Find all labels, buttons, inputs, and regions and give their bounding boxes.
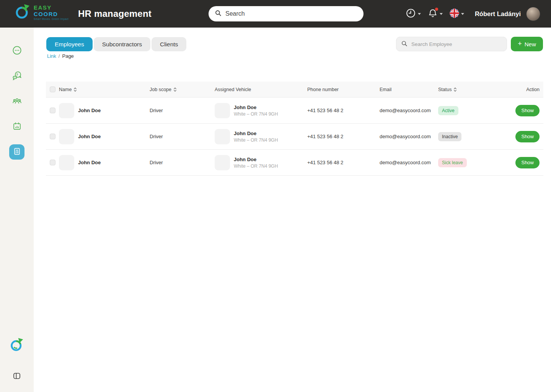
cell-action: Show (497, 157, 543, 168)
employee-avatar (59, 103, 74, 118)
breadcrumb-current: Page (62, 53, 73, 59)
employee-search-input[interactable] (411, 41, 502, 47)
global-search[interactable] (209, 6, 364, 21)
cell-email: demo@easycoord.com (380, 134, 438, 139)
collapse-sidebar-icon[interactable] (12, 371, 21, 382)
entity-tabs: Employees Subcontractors Clients (46, 37, 186, 51)
language-selector[interactable] (448, 7, 466, 21)
sidebar: ? (0, 28, 34, 392)
column-label: Phone number (307, 87, 339, 92)
cell-name: John Doe (59, 155, 150, 170)
brand-logo[interactable]: EASY COORD Smart Moves. Green Impact (15, 4, 68, 21)
sidebar-item-hr-register[interactable] (9, 144, 24, 160)
cell-action: Show (497, 131, 543, 142)
bell-icon (428, 8, 438, 20)
sidebar-item-team[interactable] (9, 94, 24, 109)
search-icon (401, 40, 408, 48)
cell-assigned-vehicle: John Doe White – OR 7N4 9GH (215, 129, 307, 144)
vehicle-driver-name: John Doe (234, 105, 278, 110)
row-checkbox[interactable] (50, 160, 55, 165)
employees-table: Name Job scope Assigned Vehicle Phone nu… (46, 82, 543, 176)
new-button-label: New (525, 41, 536, 47)
vehicle-thumbnail (215, 129, 230, 144)
row-checkbox[interactable] (50, 134, 55, 139)
employee-name: John Doe (78, 108, 101, 113)
status-badge: Sick leave (438, 158, 467, 167)
tab-clients[interactable]: Clients (152, 37, 186, 51)
sidebar-item-support[interactable]: ? (9, 69, 24, 84)
notifications-button[interactable] (426, 7, 444, 21)
cell-email: demo@easycoord.com (380, 160, 438, 165)
chat-question-icon: ? (12, 70, 22, 82)
show-button[interactable]: Show (515, 131, 540, 142)
column-label: Name (59, 87, 72, 92)
uk-flag-icon (450, 8, 459, 20)
column-label: Status (438, 87, 452, 92)
show-button[interactable]: Show (515, 105, 540, 116)
employee-avatar (59, 129, 74, 144)
sidebar-item-more[interactable] (9, 43, 24, 59)
select-all-checkbox[interactable] (50, 87, 55, 92)
brand-line2: COORD (34, 11, 68, 17)
tab-employees[interactable]: Employees (46, 37, 93, 51)
table-header-row: Name Job scope Assigned Vehicle Phone nu… (46, 82, 543, 98)
column-header-name[interactable]: Name (59, 87, 150, 92)
calendar-chart-icon (12, 121, 22, 133)
column-label: Job scope (150, 87, 171, 92)
vehicle-driver-name: John Doe (234, 157, 278, 162)
sidebar-item-calendar-stats[interactable] (9, 119, 24, 134)
table-body: John Doe Driver John Doe White – OR 7N4 … (46, 98, 543, 176)
breadcrumb-link[interactable]: Link (47, 53, 56, 59)
employee-name: John Doe (78, 160, 101, 165)
notification-dot (435, 8, 438, 11)
table-row: John Doe Driver John Doe White – OR 7N4 … (46, 150, 543, 176)
column-header-action: Action (497, 87, 543, 92)
vehicle-details: White – OR 7N4 9GH (234, 163, 278, 169)
page-title: HR management (78, 8, 152, 19)
time-menu-button[interactable] (404, 7, 422, 21)
employee-name: John Doe (78, 134, 101, 139)
cell-name: John Doe (59, 103, 150, 118)
sort-icon (453, 87, 457, 92)
cell-status: Sick leave (438, 158, 497, 167)
chevron-down-icon (461, 13, 464, 15)
table-row: John Doe Driver John Doe White – OR 7N4 … (46, 124, 543, 150)
global-search-input[interactable] (225, 10, 357, 17)
column-label: Action (526, 87, 540, 92)
svg-text:?: ? (16, 72, 18, 76)
cell-phone: +41 523 56 48 2 (307, 160, 380, 165)
sort-icon (73, 87, 77, 92)
column-header-email: Email (380, 87, 438, 92)
column-header-job-scope[interactable]: Job scope (150, 87, 215, 92)
cell-assigned-vehicle: John Doe White – OR 7N4 9GH (215, 155, 307, 170)
brand-line1: EASY (34, 5, 68, 10)
vehicle-details: White – OR 7N4 9GH (234, 137, 278, 143)
main-content: Employees Subcontractors Clients Link / … (34, 28, 551, 392)
cell-phone: +41 523 56 48 2 (307, 108, 380, 113)
tab-subcontractors[interactable]: Subcontractors (94, 37, 150, 51)
easycoord-logo-mark-icon (10, 338, 24, 354)
cell-name: John Doe (59, 129, 150, 144)
cell-action: Show (497, 105, 543, 116)
vehicle-thumbnail (215, 103, 230, 118)
cell-assigned-vehicle: John Doe White – OR 7N4 9GH (215, 103, 307, 118)
show-button[interactable]: Show (515, 157, 540, 168)
row-checkbox[interactable] (50, 108, 55, 113)
vehicle-details: White – OR 7N4 9GH (234, 111, 278, 117)
cell-status: Inactive (438, 132, 497, 141)
employee-search[interactable] (396, 37, 507, 51)
cell-job-scope: Driver (150, 134, 215, 139)
user-name: Róbert Ladányi (475, 10, 521, 18)
sort-icon (173, 87, 177, 92)
breadcrumb-separator: / (59, 53, 60, 59)
user-avatar[interactable] (526, 7, 540, 21)
clock-icon (406, 8, 416, 20)
column-label: Email (380, 87, 391, 92)
cell-job-scope: Driver (150, 160, 215, 165)
column-header-assigned-vehicle: Assigned Vehicle (215, 87, 307, 92)
column-header-status[interactable]: Status (438, 87, 497, 92)
new-button[interactable]: + New (511, 37, 543, 51)
cell-email: demo@easycoord.com (380, 108, 438, 113)
employee-avatar (59, 155, 74, 170)
plus-icon: + (518, 40, 522, 47)
